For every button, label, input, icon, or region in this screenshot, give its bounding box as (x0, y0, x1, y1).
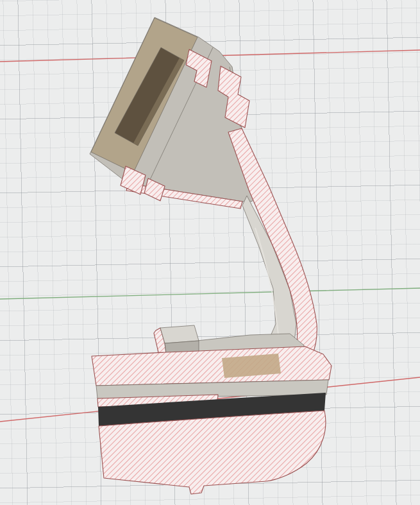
green-axis-line (0, 288, 420, 299)
arm-section-face[interactable] (228, 128, 317, 357)
boss-top-face[interactable] (160, 325, 199, 343)
scene-canvas[interactable] (0, 0, 420, 505)
model-section-view[interactable] (90, 17, 332, 494)
cad-viewport[interactable] (0, 0, 420, 505)
base-plate-section-face[interactable] (92, 347, 332, 386)
